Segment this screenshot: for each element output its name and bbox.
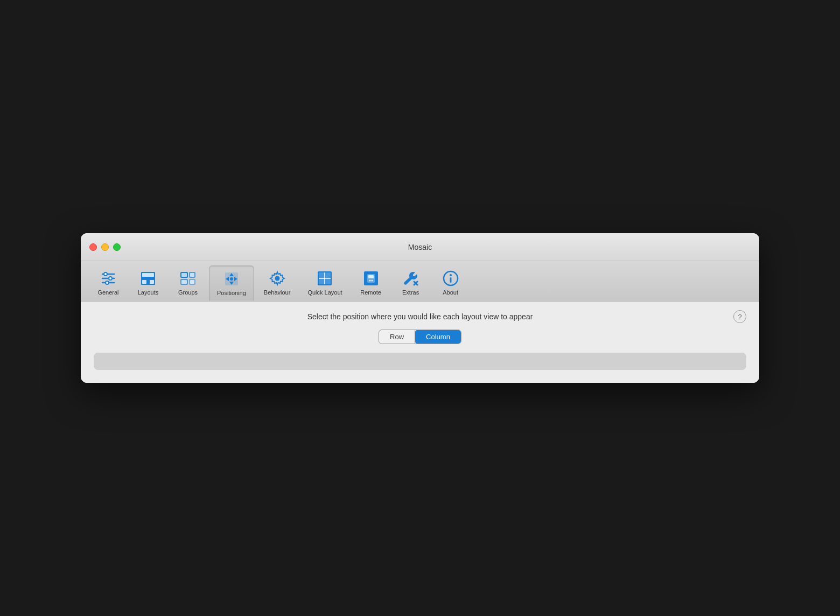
- segmented-control: Row Column: [94, 330, 746, 344]
- svg-point-35: [369, 280, 370, 282]
- layouts-label: Layouts: [138, 289, 159, 296]
- positioning-icon: [222, 269, 241, 289]
- groups-icon: [178, 269, 198, 288]
- toolbar-item-quick-layout[interactable]: Quick Layout: [300, 265, 349, 301]
- column-button[interactable]: Column: [415, 330, 461, 344]
- info-icon: [441, 269, 460, 288]
- remote-label: Remote: [360, 289, 381, 296]
- svg-point-5: [106, 281, 109, 284]
- toolbar-item-general[interactable]: General: [89, 265, 127, 301]
- toolbar-item-extras[interactable]: Extras: [392, 265, 430, 301]
- svg-point-3: [104, 272, 107, 276]
- content-header: Select the position where you would like…: [94, 312, 746, 321]
- toolbar-item-remote[interactable]: Remote: [352, 265, 390, 301]
- quick-layout-icon: [315, 269, 334, 288]
- main-window: Mosaic General: [81, 233, 759, 383]
- svg-rect-19: [181, 280, 187, 284]
- quick-layout-label: Quick Layout: [307, 289, 342, 296]
- help-button[interactable]: ?: [733, 310, 746, 323]
- toolbar: General Layouts: [81, 261, 759, 302]
- titlebar: Mosaic: [81, 233, 759, 261]
- minimize-button[interactable]: [101, 243, 109, 251]
- svg-rect-17: [181, 273, 187, 277]
- toolbar-item-groups[interactable]: Groups: [169, 265, 207, 301]
- toolbar-item-behaviour[interactable]: Behaviour: [256, 265, 298, 301]
- svg-point-4: [109, 277, 112, 280]
- groups-label: Groups: [178, 289, 198, 296]
- toolbar-item-about[interactable]: About: [432, 265, 470, 301]
- segmented-inner: Row Column: [379, 330, 461, 344]
- svg-rect-41: [450, 277, 451, 283]
- content-area: Select the position where you would like…: [81, 302, 759, 383]
- content-description: Select the position where you would like…: [307, 312, 533, 321]
- svg-rect-18: [190, 273, 194, 277]
- svg-point-36: [371, 280, 373, 282]
- traffic-lights: [89, 243, 121, 251]
- svg-point-27: [275, 276, 279, 281]
- general-label: General: [97, 289, 118, 296]
- image-container: [94, 353, 746, 370]
- about-label: About: [443, 289, 458, 296]
- remote-icon: [361, 269, 381, 288]
- layouts-icon: [138, 269, 158, 288]
- svg-rect-11: [142, 280, 146, 284]
- svg-rect-20: [190, 280, 194, 284]
- extras-label: Extras: [402, 289, 419, 296]
- svg-rect-34: [368, 275, 374, 278]
- window-title: Mosaic: [408, 243, 432, 251]
- svg-rect-10: [142, 273, 154, 277]
- toolbar-item-positioning[interactable]: Positioning: [209, 265, 254, 301]
- wrench-icon: [401, 269, 421, 288]
- svg-point-26: [230, 277, 233, 281]
- positioning-label: Positioning: [217, 290, 246, 296]
- sliders-icon: [99, 269, 118, 288]
- row-button[interactable]: Row: [379, 330, 415, 344]
- svg-rect-12: [150, 280, 154, 284]
- close-button[interactable]: [89, 243, 97, 251]
- toolbar-item-layouts[interactable]: Layouts: [129, 265, 167, 301]
- svg-point-40: [450, 274, 452, 276]
- maximize-button[interactable]: [113, 243, 121, 251]
- gear-icon: [268, 269, 287, 288]
- behaviour-label: Behaviour: [264, 289, 291, 296]
